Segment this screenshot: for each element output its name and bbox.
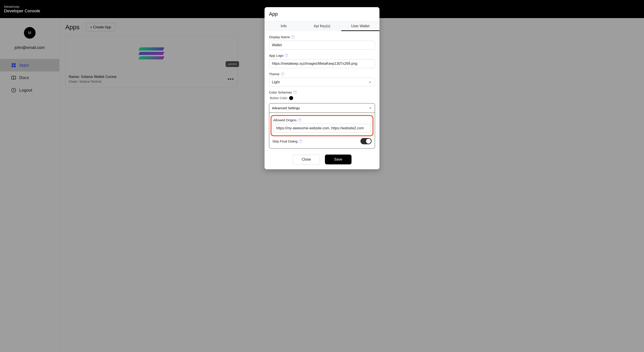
app-logo-input[interactable] xyxy=(269,59,332,68)
tab-info[interactable]: Info xyxy=(264,21,303,31)
theme-select[interactable]: Light xyxy=(269,78,332,86)
brand-main: Developer Console xyxy=(4,8,40,13)
save-button[interactable]: Save xyxy=(325,155,332,164)
advanced-settings-label: Advanced Settings xyxy=(272,106,300,110)
modal-tabs: Info Api Key(s) User Wallet xyxy=(264,21,332,31)
modal-title: App xyxy=(264,7,332,21)
allowed-origins-input[interactable] xyxy=(273,124,332,133)
button-color-label: Button Color xyxy=(270,96,287,100)
color-schemes-label: Color Schemes xyxy=(269,90,292,94)
advanced-settings-accordion: Advanced Settings Allowed Origins ? Skip… xyxy=(269,103,332,149)
help-icon[interactable]: ? xyxy=(281,72,284,76)
brand-sub: MetaKeep xyxy=(4,5,40,8)
help-icon[interactable]: ? xyxy=(299,140,302,143)
skip-final-dialog-label: Skip Final Dialog xyxy=(272,139,298,143)
allowed-origins-label: Allowed Origins xyxy=(273,118,296,122)
allowed-origins-highlight: Allowed Origins ? xyxy=(270,115,332,136)
app-modal: App Info Api Key(s) User Wallet Display … xyxy=(264,7,332,169)
close-button[interactable]: Close xyxy=(292,155,320,164)
display-name-input[interactable] xyxy=(269,41,332,50)
tab-api-keys[interactable]: Api Key(s) xyxy=(303,21,332,31)
theme-label: Theme xyxy=(269,72,280,76)
button-color-swatch[interactable] xyxy=(289,96,293,100)
app-logo-label: App Logo xyxy=(269,54,283,57)
advanced-settings-toggle[interactable]: Advanced Settings xyxy=(269,103,332,113)
display-name-label: Display Name xyxy=(269,35,290,39)
help-icon[interactable]: ? xyxy=(285,54,288,57)
help-icon[interactable]: ? xyxy=(298,118,301,122)
help-icon[interactable]: ? xyxy=(294,91,297,94)
help-icon[interactable]: ? xyxy=(291,35,294,39)
